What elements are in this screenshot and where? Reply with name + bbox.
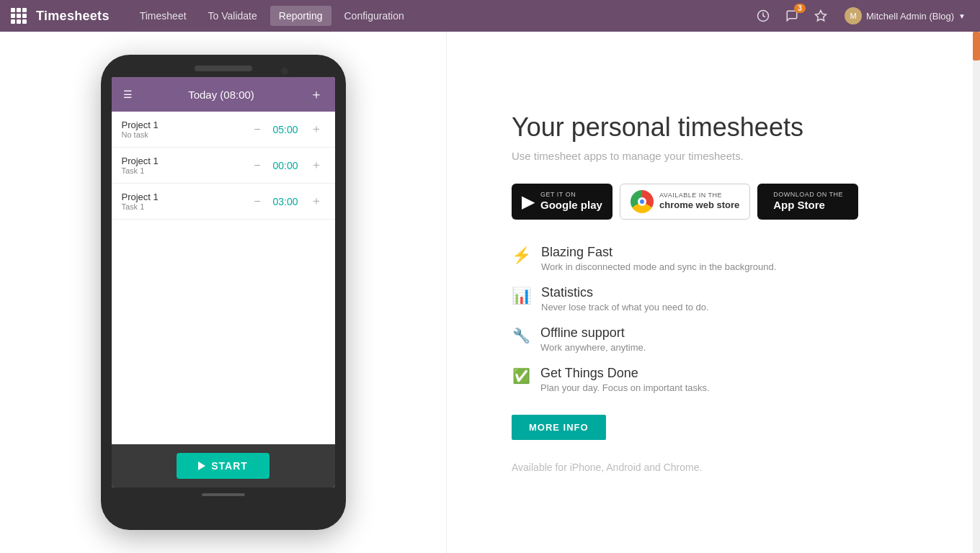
phone-minus-button[interactable]: − bbox=[251, 192, 263, 211]
phone-list-item: Project 1 Task 1 − 00:00 ＋ bbox=[112, 148, 335, 184]
phone-header: ☰ Today (08:00) ＋ bbox=[112, 77, 335, 112]
nav-reporting[interactable]: Reporting bbox=[270, 6, 331, 26]
feature-get-things-done: ✅ Get Things Done Plan your day. Focus o… bbox=[512, 366, 915, 393]
feature-offline: 🔧 Offline support Work anywhere, anytime… bbox=[512, 325, 915, 353]
google-play-button[interactable]: ▶ GET IT ON Google play bbox=[512, 184, 612, 220]
clock-icon-button[interactable] bbox=[752, 5, 774, 27]
info-panel: Your personal timesheets Use timesheet a… bbox=[447, 32, 980, 553]
settings-icon-button[interactable] bbox=[810, 5, 832, 27]
svg-marker-1 bbox=[815, 11, 826, 21]
page-title: Your personal timesheets bbox=[512, 112, 915, 143]
store-buttons: ▶ GET IT ON Google play available in the… bbox=[512, 184, 915, 220]
avatar: M bbox=[845, 7, 862, 24]
info-subtitle: Use timesheet apps to manage your timesh… bbox=[512, 150, 915, 162]
phone-project-name: Project 1 bbox=[122, 192, 246, 202]
phone-start-button[interactable]: START bbox=[177, 453, 270, 479]
features-list: ⚡ Blazing Fast Work in disconnected mode… bbox=[512, 245, 915, 393]
phone-list-item: Project 1 Task 1 − 03:00 ＋ bbox=[112, 184, 335, 220]
feature-blazing-fast: ⚡ Blazing Fast Work in disconnected mode… bbox=[512, 245, 915, 272]
phone-project-name: Project 1 bbox=[122, 120, 246, 130]
top-navigation: Timesheets Timesheet To Validate Reporti… bbox=[0, 0, 980, 32]
phone-minus-button[interactable]: − bbox=[251, 156, 263, 175]
google-play-icon: ▶ bbox=[522, 192, 535, 212]
grid-menu-button[interactable] bbox=[9, 6, 29, 26]
lightning-icon: ⚡ bbox=[512, 246, 531, 265]
feature-desc: Work in disconnected mode and sync in th… bbox=[541, 261, 776, 272]
feature-desc: Never lose track of what you need to do. bbox=[541, 302, 709, 313]
phone-minus-button[interactable]: − bbox=[251, 120, 263, 139]
scrollbar-track bbox=[973, 32, 980, 553]
phone-task-name: Task 1 bbox=[122, 166, 246, 175]
feature-title: Statistics bbox=[541, 285, 709, 300]
app-store-label-bottom: App Store bbox=[773, 199, 843, 212]
nav-timesheet[interactable]: Timesheet bbox=[131, 6, 195, 26]
phone-mockup-panel: ☰ Today (08:00) ＋ Project 1 No task − 05… bbox=[0, 32, 447, 553]
feature-title: Offline support bbox=[540, 325, 646, 341]
phone-screen: ☰ Today (08:00) ＋ Project 1 No task − 05… bbox=[112, 77, 335, 487]
phone-timesheet-list: Project 1 No task − 05:00 ＋ Project 1 Ta… bbox=[112, 112, 335, 444]
info-content: Your personal timesheets Use timesheet a… bbox=[512, 112, 915, 473]
phone-item-time: 05:00 bbox=[270, 124, 302, 135]
feature-desc: Work anywhere, anytime. bbox=[540, 342, 646, 353]
phone-list-item: Project 1 No task − 05:00 ＋ bbox=[112, 112, 335, 148]
phone-plus-button[interactable]: ＋ bbox=[308, 155, 325, 176]
phone-item-time: 00:00 bbox=[270, 160, 302, 171]
chrome-store-button[interactable]: available in the chrome web store bbox=[620, 184, 750, 220]
available-text: Available for iPhone, Android and Chrome… bbox=[512, 462, 915, 473]
phone-plus-button[interactable]: ＋ bbox=[308, 191, 325, 212]
top-actions: 3 M Mitchell Admin (Blog) ▼ bbox=[752, 4, 971, 27]
app-store-button[interactable]: Download on the App Store bbox=[757, 184, 858, 220]
phone-camera bbox=[281, 68, 288, 75]
play-icon bbox=[198, 462, 205, 470]
nav-menu: Timesheet To Validate Reporting Configur… bbox=[131, 6, 752, 26]
user-name: Mitchell Admin (Blog) bbox=[866, 11, 954, 22]
phone-start-label: START bbox=[211, 460, 248, 472]
chrome-store-label-top: available in the bbox=[659, 192, 739, 199]
phone-home-bar bbox=[202, 493, 245, 496]
phone-mockup: ☰ Today (08:00) ＋ Project 1 No task − 05… bbox=[101, 55, 346, 530]
chat-badge: 3 bbox=[794, 4, 806, 13]
chat-icon-button[interactable]: 3 bbox=[781, 5, 803, 27]
phone-speaker bbox=[195, 66, 252, 71]
main-content: ☰ Today (08:00) ＋ Project 1 No task − 05… bbox=[0, 32, 980, 553]
feature-desc: Plan your day. Focus on important tasks. bbox=[540, 382, 710, 393]
feature-title: Get Things Done bbox=[540, 366, 710, 381]
grid-icon bbox=[11, 8, 27, 24]
phone-footer: START bbox=[112, 444, 335, 487]
scrollbar-thumb[interactable] bbox=[973, 32, 980, 60]
feature-title: Blazing Fast bbox=[541, 245, 776, 260]
phone-task-name: No task bbox=[122, 130, 246, 139]
phone-menu-icon[interactable]: ☰ bbox=[123, 89, 133, 100]
phone-header-title: Today (08:00) bbox=[188, 89, 254, 101]
phone-item-time: 03:00 bbox=[270, 196, 302, 207]
nav-to-validate[interactable]: To Validate bbox=[200, 6, 266, 26]
bar-chart-icon: 📊 bbox=[512, 287, 531, 305]
app-store-label-top: Download on the bbox=[773, 191, 843, 199]
nav-configuration[interactable]: Configuration bbox=[336, 6, 413, 26]
google-play-label-top: GET IT ON bbox=[540, 191, 602, 199]
chevron-down-icon: ▼ bbox=[958, 12, 966, 20]
app-title: Timesheets bbox=[36, 9, 110, 24]
feature-statistics: 📊 Statistics Never lose track of what yo… bbox=[512, 285, 915, 313]
chrome-icon bbox=[631, 190, 654, 213]
phone-project-name: Project 1 bbox=[122, 156, 246, 166]
wrench-icon: 🔧 bbox=[512, 327, 530, 344]
phone-add-icon[interactable]: ＋ bbox=[310, 86, 323, 103]
checkmark-icon: ✅ bbox=[512, 367, 530, 385]
user-menu[interactable]: M Mitchell Admin (Blog) ▼ bbox=[839, 4, 971, 27]
phone-task-name: Task 1 bbox=[122, 202, 246, 211]
more-info-button[interactable]: MORE INFO bbox=[512, 415, 606, 440]
phone-plus-button[interactable]: ＋ bbox=[308, 119, 325, 140]
google-play-label-bottom: Google play bbox=[540, 199, 602, 212]
chrome-store-label-bottom: chrome web store bbox=[659, 199, 739, 211]
